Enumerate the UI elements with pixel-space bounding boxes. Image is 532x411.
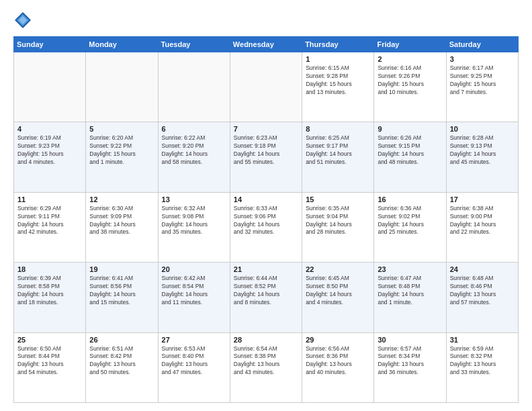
col-header-friday: Friday (374, 37, 446, 52)
day-number: 13 (162, 195, 226, 203)
day-info: Sunrise: 6:48 AM Sunset: 8:46 PM Dayligh… (450, 275, 515, 307)
day-cell: 17Sunrise: 6:38 AM Sunset: 9:00 PM Dayli… (446, 192, 518, 262)
day-cell: 18Sunrise: 6:39 AM Sunset: 8:58 PM Dayli… (14, 263, 86, 332)
day-info: Sunrise: 6:19 AM Sunset: 9:23 PM Dayligh… (17, 134, 82, 167)
day-info: Sunrise: 6:50 AM Sunset: 8:44 PM Dayligh… (17, 345, 82, 377)
day-cell: 10Sunrise: 6:28 AM Sunset: 9:13 PM Dayli… (446, 122, 518, 192)
day-info: Sunrise: 6:26 AM Sunset: 9:15 PM Dayligh… (378, 134, 442, 167)
day-number: 18 (17, 265, 82, 273)
day-info: Sunrise: 6:41 AM Sunset: 8:56 PM Dayligh… (89, 275, 154, 307)
day-info: Sunrise: 6:35 AM Sunset: 9:04 PM Dayligh… (306, 205, 370, 237)
col-header-sunday: Sunday (14, 37, 86, 52)
week-row-1: 4Sunrise: 6:19 AM Sunset: 9:23 PM Daylig… (14, 122, 519, 192)
day-cell: 3Sunrise: 6:17 AM Sunset: 9:25 PM Daylig… (446, 52, 518, 122)
day-cell: 6Sunrise: 6:22 AM Sunset: 9:20 PM Daylig… (158, 122, 230, 192)
header (13, 11, 519, 30)
col-header-thursday: Thursday (302, 37, 374, 52)
col-header-tuesday: Tuesday (158, 37, 230, 52)
day-info: Sunrise: 6:45 AM Sunset: 8:50 PM Dayligh… (306, 275, 370, 307)
day-info: Sunrise: 6:16 AM Sunset: 9:26 PM Dayligh… (378, 64, 442, 97)
week-row-0: 1Sunrise: 6:15 AM Sunset: 9:28 PM Daylig… (14, 52, 519, 122)
col-header-saturday: Saturday (446, 37, 518, 52)
day-number: 26 (89, 336, 154, 344)
day-number: 29 (306, 336, 370, 344)
day-number: 21 (234, 265, 298, 273)
day-cell: 22Sunrise: 6:45 AM Sunset: 8:50 PM Dayli… (302, 263, 374, 332)
logo-icon (13, 11, 32, 30)
day-info: Sunrise: 6:57 AM Sunset: 8:34 PM Dayligh… (378, 345, 442, 377)
day-number: 2 (378, 55, 442, 63)
day-number: 12 (89, 195, 154, 203)
day-number: 23 (378, 265, 442, 273)
day-number: 19 (89, 265, 154, 273)
day-cell (158, 52, 230, 122)
logo (13, 11, 36, 30)
day-info: Sunrise: 6:25 AM Sunset: 9:17 PM Dayligh… (306, 134, 370, 167)
day-cell: 4Sunrise: 6:19 AM Sunset: 9:23 PM Daylig… (14, 122, 86, 192)
day-number: 22 (306, 265, 370, 273)
day-cell: 1Sunrise: 6:15 AM Sunset: 9:28 PM Daylig… (302, 52, 374, 122)
day-info: Sunrise: 6:28 AM Sunset: 9:13 PM Dayligh… (450, 134, 515, 167)
day-info: Sunrise: 6:36 AM Sunset: 9:02 PM Dayligh… (378, 205, 442, 237)
day-cell: 19Sunrise: 6:41 AM Sunset: 8:56 PM Dayli… (86, 263, 158, 332)
day-cell: 5Sunrise: 6:20 AM Sunset: 9:22 PM Daylig… (86, 122, 158, 192)
day-cell: 20Sunrise: 6:42 AM Sunset: 8:54 PM Dayli… (158, 263, 230, 332)
day-number: 4 (17, 125, 82, 133)
day-cell: 30Sunrise: 6:57 AM Sunset: 8:34 PM Dayli… (374, 332, 446, 402)
day-cell: 14Sunrise: 6:33 AM Sunset: 9:06 PM Dayli… (230, 192, 302, 262)
day-info: Sunrise: 6:59 AM Sunset: 8:32 PM Dayligh… (450, 345, 515, 377)
day-info: Sunrise: 6:51 AM Sunset: 8:42 PM Dayligh… (89, 345, 154, 377)
day-info: Sunrise: 6:29 AM Sunset: 9:11 PM Dayligh… (17, 205, 82, 237)
day-number: 14 (234, 195, 298, 203)
col-header-monday: Monday (86, 37, 158, 52)
day-cell: 31Sunrise: 6:59 AM Sunset: 8:32 PM Dayli… (446, 332, 518, 402)
day-number: 25 (17, 336, 82, 344)
day-cell: 7Sunrise: 6:23 AM Sunset: 9:18 PM Daylig… (230, 122, 302, 192)
day-cell: 25Sunrise: 6:50 AM Sunset: 8:44 PM Dayli… (14, 332, 86, 402)
day-info: Sunrise: 6:53 AM Sunset: 8:40 PM Dayligh… (162, 345, 226, 377)
day-number: 5 (89, 125, 154, 133)
day-cell: 26Sunrise: 6:51 AM Sunset: 8:42 PM Dayli… (86, 332, 158, 402)
day-cell: 11Sunrise: 6:29 AM Sunset: 9:11 PM Dayli… (14, 192, 86, 262)
day-info: Sunrise: 6:23 AM Sunset: 9:18 PM Dayligh… (234, 134, 298, 167)
day-info: Sunrise: 6:54 AM Sunset: 8:38 PM Dayligh… (234, 345, 298, 377)
page: SundayMondayTuesdayWednesdayThursdayFrid… (0, 0, 532, 411)
week-row-2: 11Sunrise: 6:29 AM Sunset: 9:11 PM Dayli… (14, 192, 519, 262)
day-cell: 27Sunrise: 6:53 AM Sunset: 8:40 PM Dayli… (158, 332, 230, 402)
day-info: Sunrise: 6:32 AM Sunset: 9:08 PM Dayligh… (162, 205, 226, 237)
day-info: Sunrise: 6:17 AM Sunset: 9:25 PM Dayligh… (450, 64, 515, 97)
day-number: 30 (378, 336, 442, 344)
day-info: Sunrise: 6:42 AM Sunset: 8:54 PM Dayligh… (162, 275, 226, 307)
week-row-4: 25Sunrise: 6:50 AM Sunset: 8:44 PM Dayli… (14, 332, 519, 402)
day-number: 10 (450, 125, 515, 133)
calendar: SundayMondayTuesdayWednesdayThursdayFrid… (13, 36, 519, 403)
day-cell: 12Sunrise: 6:30 AM Sunset: 9:09 PM Dayli… (86, 192, 158, 262)
day-number: 11 (17, 195, 82, 203)
day-number: 1 (306, 55, 370, 63)
day-info: Sunrise: 6:33 AM Sunset: 9:06 PM Dayligh… (234, 205, 298, 237)
day-number: 8 (306, 125, 370, 133)
day-info: Sunrise: 6:15 AM Sunset: 9:28 PM Dayligh… (306, 64, 370, 97)
day-number: 6 (162, 125, 226, 133)
week-row-3: 18Sunrise: 6:39 AM Sunset: 8:58 PM Dayli… (14, 263, 519, 332)
day-cell (14, 52, 86, 122)
day-cell: 28Sunrise: 6:54 AM Sunset: 8:38 PM Dayli… (230, 332, 302, 402)
day-cell: 15Sunrise: 6:35 AM Sunset: 9:04 PM Dayli… (302, 192, 374, 262)
day-info: Sunrise: 6:47 AM Sunset: 8:48 PM Dayligh… (378, 275, 442, 307)
day-cell: 24Sunrise: 6:48 AM Sunset: 8:46 PM Dayli… (446, 263, 518, 332)
day-number: 7 (234, 125, 298, 133)
day-number: 16 (378, 195, 442, 203)
day-cell (230, 52, 302, 122)
day-info: Sunrise: 6:22 AM Sunset: 9:20 PM Dayligh… (162, 134, 226, 167)
col-header-wednesday: Wednesday (230, 37, 302, 52)
day-cell: 8Sunrise: 6:25 AM Sunset: 9:17 PM Daylig… (302, 122, 374, 192)
day-cell: 29Sunrise: 6:56 AM Sunset: 8:36 PM Dayli… (302, 332, 374, 402)
day-info: Sunrise: 6:56 AM Sunset: 8:36 PM Dayligh… (306, 345, 370, 377)
day-info: Sunrise: 6:39 AM Sunset: 8:58 PM Dayligh… (17, 275, 82, 307)
day-number: 15 (306, 195, 370, 203)
day-info: Sunrise: 6:38 AM Sunset: 9:00 PM Dayligh… (450, 205, 515, 237)
calendar-header-row: SundayMondayTuesdayWednesdayThursdayFrid… (14, 37, 519, 52)
day-cell: 23Sunrise: 6:47 AM Sunset: 8:48 PM Dayli… (374, 263, 446, 332)
day-cell: 16Sunrise: 6:36 AM Sunset: 9:02 PM Dayli… (374, 192, 446, 262)
day-number: 24 (450, 265, 515, 273)
